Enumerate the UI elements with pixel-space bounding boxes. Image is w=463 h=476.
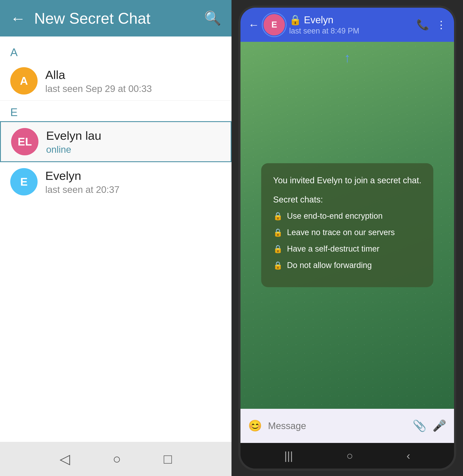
phone-contact-avatar: E — [264, 14, 285, 35]
contact-name-alla: Alla — [45, 68, 152, 82]
attach-button[interactable]: 📎 — [413, 419, 427, 432]
bottom-navigation: ◁ ○ □ — [0, 442, 232, 476]
phone-call-icon[interactable]: 📞 — [417, 19, 429, 31]
lock-icon-1: 🔒 — [273, 211, 283, 221]
avatar-alla: A — [10, 67, 38, 95]
lock-icon-3: 🔒 — [273, 244, 283, 254]
contact-item-alla[interactable]: A Alla last seen Sep 29 at 00:33 — [0, 61, 232, 101]
lock-icon: 🔒 — [289, 14, 301, 26]
lock-icon-4: 🔒 — [273, 260, 283, 271]
scroll-up-arrow: ↑ — [344, 50, 350, 65]
left-panel: ← New Secret Chat 🔍 A A Alla last seen S… — [0, 0, 232, 476]
nav-back-icon[interactable]: ◁ — [60, 451, 70, 467]
mic-button[interactable]: 🎤 — [432, 419, 446, 432]
contact-status-evelyn: last seen at 20:37 — [45, 184, 119, 195]
right-panel: ← E 🔒 Evelyn last seen at 8:49 PM 📞 ⋮ — [232, 0, 463, 476]
feature-text-3: Have a self-destruct timer — [287, 243, 380, 255]
phone-nav-home-icon[interactable]: ○ — [346, 449, 353, 462]
page-title: New Secret Chat — [34, 10, 196, 27]
contact-name-evelyn-lau: Evelyn lau — [46, 129, 101, 143]
bubble-feature-4: 🔒 Do not allow forwarding — [273, 260, 422, 271]
nav-home-icon[interactable]: ○ — [113, 451, 121, 467]
bubble-feature-2: 🔒 Leave no trace on our servers — [273, 227, 422, 238]
contact-item-evelyn-lau[interactable]: EL Evelyn lau online — [0, 121, 232, 162]
phone-contact-status: last seen at 8:49 PM — [289, 26, 412, 35]
phone-header: ← E 🔒 Evelyn last seen at 8:49 PM 📞 ⋮ — [240, 8, 454, 42]
bubble-section-title: Secret chats: — [273, 195, 422, 204]
bubble-feature-1: 🔒 Use end-to-end encryption — [273, 210, 422, 222]
contact-item-evelyn[interactable]: E Evelyn last seen at 20:37 — [0, 162, 232, 201]
chat-content: You invited Evelyn to join a secret chat… — [240, 42, 454, 409]
left-header: ← New Secret Chat 🔍 — [0, 0, 232, 36]
avatar-evelyn-lau: EL — [11, 128, 38, 155]
phone-back-button[interactable]: ← — [248, 18, 259, 31]
contact-info-alla: Alla last seen Sep 29 at 00:33 — [45, 68, 152, 94]
feature-text-1: Use end-to-end encryption — [287, 210, 383, 222]
secret-chat-bubble: You invited Evelyn to join a secret chat… — [261, 163, 434, 287]
feature-text-4: Do not allow forwarding — [287, 260, 372, 271]
avatar-ring — [262, 12, 287, 37]
phone-contact-name: 🔒 Evelyn — [289, 14, 412, 26]
phone-nav-back-icon[interactable]: ‹ — [407, 449, 410, 462]
message-input-area: 😊 📎 🎤 — [240, 409, 454, 443]
contact-status-evelyn-lau: online — [46, 144, 101, 155]
contact-list-container: A A Alla last seen Sep 29 at 00:33 E EL … — [0, 36, 232, 442]
phone-more-icon[interactable]: ⋮ — [436, 19, 446, 31]
nav-recents-icon[interactable]: □ — [164, 451, 172, 467]
contact-info-evelyn: Evelyn last seen at 20:37 — [45, 169, 119, 195]
phone-contact-info[interactable]: 🔒 Evelyn last seen at 8:49 PM — [289, 14, 412, 35]
contact-status-alla: last seen Sep 29 at 00:33 — [45, 83, 152, 94]
bubble-feature-3: 🔒 Have a self-destruct timer — [273, 243, 422, 255]
contact-info-evelyn-lau: Evelyn lau online — [46, 129, 101, 155]
message-input[interactable] — [268, 421, 407, 431]
feature-text-2: Leave no trace on our servers — [287, 227, 395, 238]
emoji-button[interactable]: 😊 — [248, 419, 262, 432]
lock-icon-2: 🔒 — [273, 227, 283, 238]
phone-header-actions: 📞 ⋮ — [417, 19, 446, 31]
chat-area: ↑ You invited Evelyn to join a secret ch… — [240, 42, 454, 409]
phone-mockup: ← E 🔒 Evelyn last seen at 8:49 PM 📞 ⋮ — [238, 6, 456, 471]
search-button[interactable]: 🔍 — [204, 10, 221, 26]
section-label-e: E — [0, 101, 232, 121]
back-button[interactable]: ← — [10, 10, 26, 27]
contact-name-evelyn: Evelyn — [45, 169, 119, 183]
phone-nav-recent-icon[interactable]: ||| — [284, 449, 293, 462]
avatar-evelyn: E — [10, 168, 38, 195]
bubble-intro-text: You invited Evelyn to join a secret chat… — [273, 174, 422, 186]
phone-bottom-nav: ||| ○ ‹ — [240, 443, 454, 468]
contact-list: A A Alla last seen Sep 29 at 00:33 E EL … — [0, 36, 232, 206]
section-label-a: A — [0, 41, 232, 61]
